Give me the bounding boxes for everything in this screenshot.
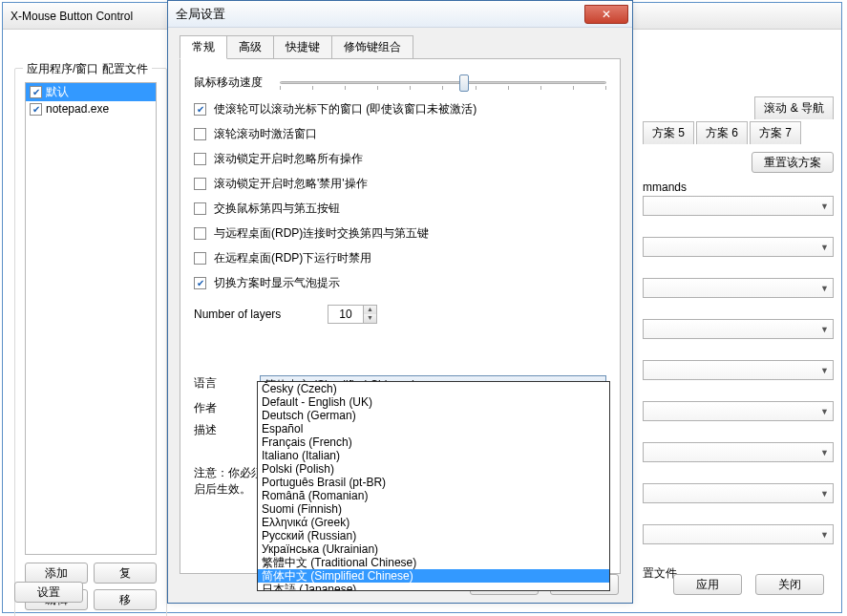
language-option[interactable]: Polski (Polish) xyxy=(258,462,609,476)
profile-item[interactable]: 默认 xyxy=(26,83,156,101)
layers-label: Number of layers xyxy=(194,308,318,321)
command-combo-9[interactable]: ▼ xyxy=(643,524,834,544)
settings-button[interactable]: 设置 xyxy=(14,582,83,603)
checkbox-row: 使滚轮可以滚动光标下的窗口 (即使该窗口未被激活) xyxy=(194,101,606,117)
layers-spinner[interactable]: ▲ ▼ xyxy=(328,305,377,324)
checkbox[interactable] xyxy=(194,252,206,265)
language-option[interactable]: Ελληνικά (Greek) xyxy=(258,516,609,529)
command-combo-5[interactable]: ▼ xyxy=(643,360,834,380)
command-combo-8[interactable]: ▼ xyxy=(643,483,834,503)
profile-item[interactable]: notepad.exe xyxy=(26,101,156,117)
checkbox[interactable] xyxy=(194,128,206,140)
language-option[interactable]: Italiano (Italian) xyxy=(258,449,609,462)
checkbox-row: 交换鼠标第四与第五按钮 xyxy=(194,201,606,217)
plan-tab[interactable]: 方案 5 xyxy=(643,121,694,144)
language-option[interactable]: 日本語 (Japanese) xyxy=(258,583,609,591)
checkbox-row: 切换方案时显示气泡提示 xyxy=(194,275,606,291)
slider-thumb[interactable] xyxy=(459,74,469,92)
chevron-down-icon: ▼ xyxy=(820,202,829,211)
remove-button[interactable]: 移 xyxy=(94,589,157,610)
dialog-title: 全局设置 xyxy=(176,6,225,23)
checkbox-label: 滚轮滚动时激活窗口 xyxy=(214,126,317,142)
profile-groupbox: 应用程序/窗口 配置文件 默认notepad.exe 添加 复 编辑 移 xyxy=(14,68,167,616)
spin-down-icon[interactable]: ▼ xyxy=(363,314,376,323)
dialog-titlebar[interactable]: 全局设置 ✕ xyxy=(168,1,632,28)
chevron-down-icon: ▼ xyxy=(820,530,829,540)
close-icon[interactable]: ✕ xyxy=(584,5,628,24)
commands-label: mmands xyxy=(643,181,834,194)
plan-tab[interactable]: 方案 7 xyxy=(750,121,801,144)
language-dropdown-list[interactable]: Česky (Czech)Default - English (UK)Deuts… xyxy=(257,381,610,591)
language-option[interactable]: Русский (Russian) xyxy=(258,529,609,542)
note-line2: 启后生效。 xyxy=(194,482,251,496)
chevron-down-icon: ▼ xyxy=(820,325,829,334)
language-label: 语言 xyxy=(194,375,260,394)
reset-plan-button[interactable]: 重置该方案 xyxy=(752,152,834,173)
language-option[interactable]: Українська (Ukrainian) xyxy=(258,542,609,556)
chevron-down-icon: ▼ xyxy=(820,243,829,252)
profile-checkbox[interactable] xyxy=(30,86,42,98)
language-option[interactable]: Default - English (UK) xyxy=(258,395,609,409)
language-option[interactable]: Deutsch (German) xyxy=(258,409,609,422)
dialog-tab[interactable]: 常规 xyxy=(180,35,227,59)
mouse-speed-slider[interactable] xyxy=(280,73,606,92)
checkbox[interactable] xyxy=(194,178,206,190)
spin-up-icon[interactable]: ▲ xyxy=(363,306,376,314)
scroll-nav-tab[interactable]: 滚动 & 导航 xyxy=(754,96,834,119)
dialog-tab[interactable]: 高级 xyxy=(226,35,274,59)
profile-checkbox[interactable] xyxy=(30,103,42,116)
plan-tab[interactable]: 方案 6 xyxy=(696,121,748,144)
description-label: 描述 xyxy=(194,422,261,438)
layers-input[interactable] xyxy=(328,306,363,323)
command-combo-7[interactable]: ▼ xyxy=(643,442,834,462)
command-combo-1[interactable]: ▼ xyxy=(643,196,834,216)
checkbox[interactable] xyxy=(194,202,206,215)
language-option[interactable]: 繁體中文 (Traditional Chinese) xyxy=(258,556,609,569)
add-button[interactable]: 添加 xyxy=(25,563,88,584)
chevron-down-icon: ▼ xyxy=(820,407,829,416)
checkbox[interactable] xyxy=(194,153,206,165)
checkbox-label: 交换鼠标第四与第五按钮 xyxy=(214,201,340,217)
apply-button[interactable]: 应用 xyxy=(673,574,742,595)
checkbox-label: 切换方案时显示气泡提示 xyxy=(214,275,340,291)
checkbox-label: 在远程桌面(RDP)下运行时禁用 xyxy=(214,250,371,266)
profile-group-title: 应用程序/窗口 配置文件 xyxy=(23,61,152,77)
checkbox[interactable] xyxy=(194,277,206,289)
language-option[interactable]: 简体中文 (Simplified Chinese) xyxy=(258,569,609,583)
profile-name: notepad.exe xyxy=(46,102,109,116)
checkbox-label: 滚动锁定开启时忽略'禁用'操作 xyxy=(214,176,368,192)
command-combo-2[interactable]: ▼ xyxy=(643,237,834,257)
checkbox-row: 与远程桌面(RDP)连接时交换第四与第五键 xyxy=(194,225,606,242)
dialog-tab[interactable]: 快捷键 xyxy=(273,35,332,59)
main-title: X-Mouse Button Control xyxy=(11,10,133,23)
chevron-down-icon: ▼ xyxy=(820,366,829,375)
language-option[interactable]: Română (Romanian) xyxy=(258,489,609,502)
checkbox-row: 滚轮滚动时激活窗口 xyxy=(194,126,606,142)
language-option[interactable]: Česky (Czech) xyxy=(258,382,609,395)
command-combo-3[interactable]: ▼ xyxy=(643,278,834,298)
chevron-down-icon: ▼ xyxy=(820,448,829,457)
checkbox-label: 滚动锁定开启时忽略所有操作 xyxy=(214,151,363,167)
language-option[interactable]: Português Brasil (pt-BR) xyxy=(258,476,609,489)
author-label: 作者 xyxy=(194,400,261,416)
checkbox-label: 与远程桌面(RDP)连接时交换第四与第五键 xyxy=(214,225,429,242)
language-option[interactable]: Français (French) xyxy=(258,435,609,449)
language-option[interactable]: Español xyxy=(258,422,609,435)
chevron-down-icon: ▼ xyxy=(820,489,829,499)
checkbox[interactable] xyxy=(194,227,206,240)
checkbox-row: 在远程桌面(RDP)下运行时禁用 xyxy=(194,250,606,266)
checkbox[interactable] xyxy=(194,103,206,116)
command-combo-4[interactable]: ▼ xyxy=(643,319,834,339)
profile-name: 默认 xyxy=(46,84,69,100)
command-combo-6[interactable]: ▼ xyxy=(643,401,834,421)
dialog-tab[interactable]: 修饰键组合 xyxy=(331,35,413,59)
checkbox-row: 滚动锁定开启时忽略所有操作 xyxy=(194,151,606,167)
profile-list[interactable]: 默认notepad.exe xyxy=(25,82,157,555)
mouse-speed-label: 鼠标移动速度 xyxy=(194,74,270,91)
checkbox-row: 滚动锁定开启时忽略'禁用'操作 xyxy=(194,176,606,192)
chevron-down-icon: ▼ xyxy=(820,284,829,293)
checkbox-label: 使滚轮可以滚动光标下的窗口 (即使该窗口未被激活) xyxy=(214,101,476,117)
copy-button[interactable]: 复 xyxy=(94,563,157,584)
main-close-button[interactable]: 关闭 xyxy=(755,574,824,595)
language-option[interactable]: Suomi (Finnish) xyxy=(258,502,609,516)
